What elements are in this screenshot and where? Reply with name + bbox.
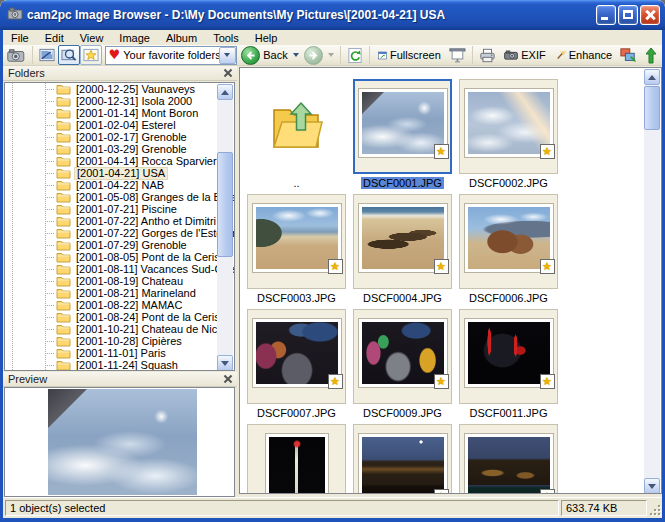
thumbnail-item[interactable]: ★DSCF0003.JPG xyxy=(247,194,346,309)
folder-icon xyxy=(56,263,71,275)
tree-item[interactable]: [2001-04-22] NAB xyxy=(5,179,234,191)
thumbnails-scrollbar[interactable] xyxy=(644,69,660,494)
menu-item-album[interactable]: Album xyxy=(158,31,205,45)
tree-item[interactable]: [2001-07-22] Gorges de l'Esteron xyxy=(5,227,234,239)
tree-item-selected[interactable]: [2001-04-21] USA xyxy=(5,167,234,179)
menu-item-edit[interactable]: Edit xyxy=(37,31,72,45)
favorite-folders-combo[interactable]: ♥ Your favorite folders xyxy=(105,46,237,65)
thumbnail-item[interactable]: ★DSCF0002.JPG xyxy=(459,79,558,194)
tree-item-label: [2001-11-24] Squash xyxy=(74,360,180,371)
tree-item[interactable]: [2000-12-25] Vaunaveys xyxy=(5,83,234,95)
tree-item[interactable]: [2001-11-24] Squash xyxy=(5,359,234,371)
close-preview-panel-button[interactable] xyxy=(224,375,232,383)
refresh-button[interactable] xyxy=(344,45,366,65)
folder-icon xyxy=(56,275,71,287)
thumbnail-parent-folder[interactable]: .. xyxy=(247,79,346,194)
image-viewer-button[interactable] xyxy=(36,45,58,65)
back-menu-caret[interactable] xyxy=(293,53,299,57)
menu-item-help[interactable]: Help xyxy=(247,31,286,45)
back-icon xyxy=(241,46,260,65)
arrow-up-icon xyxy=(648,75,656,80)
tree-item[interactable]: [2001-04-14] Rocca Sparviera xyxy=(5,155,234,167)
convert-button[interactable] xyxy=(617,45,640,65)
thumbnail-item[interactable]: ★ xyxy=(459,424,558,494)
thumbnail-item[interactable]: ★DSCF0009.JPG xyxy=(353,309,452,424)
tree-item[interactable]: [2001-08-11] Vacances Sud-Ouest xyxy=(5,263,234,275)
favorites-button[interactable] xyxy=(80,45,102,65)
folder-icon xyxy=(56,167,71,179)
tree-item[interactable]: [2001-11-01] Paris xyxy=(5,347,234,359)
tree-item[interactable]: [2001-08-24] Pont de la Cerise xyxy=(5,311,234,323)
tree-item[interactable]: [2001-02-17] Grenoble xyxy=(5,131,234,143)
tree-item[interactable]: [2001-07-22] Antho et Dimitri xyxy=(5,215,234,227)
scroll-down-button[interactable] xyxy=(644,478,660,494)
tree-item[interactable]: [2001-01-14] Mont Boron xyxy=(5,107,234,119)
thumbnail-item-selected[interactable]: ★DSCF0001.JPG xyxy=(353,79,452,194)
thumbnail-item[interactable]: ★DSCF0006.JPG xyxy=(459,194,558,309)
title-bar[interactable]: cam2pc Image Browser - D:\My Documents\M… xyxy=(0,0,665,30)
close-folders-panel-button[interactable] xyxy=(224,69,232,77)
fullscreen-button[interactable]: Fullscreen xyxy=(373,45,446,65)
tree-item[interactable]: [2001-02-04] Esterel xyxy=(5,119,234,131)
menu-item-image[interactable]: Image xyxy=(111,31,158,45)
print-button[interactable] xyxy=(476,45,499,65)
tree-item[interactable]: [2001-03-29] Grenoble xyxy=(5,143,234,155)
upload-button[interactable] xyxy=(640,45,662,65)
tree-item[interactable]: [2001-05-08] Granges de la Brasque xyxy=(5,191,234,203)
arrow-up-icon xyxy=(221,90,229,95)
arrow-down-icon xyxy=(221,361,229,366)
refresh-icon xyxy=(347,47,363,64)
close-icon xyxy=(645,10,655,20)
tree-item-label: [2001-03-29] Grenoble xyxy=(74,144,189,155)
tree-item-label: [2001-10-28] Cipières xyxy=(74,336,184,347)
tree-item[interactable]: [2001-08-22] MAMAC xyxy=(5,299,234,311)
tree-item-label: [2001-02-17] Grenoble xyxy=(74,132,189,143)
scrollbar-thumb[interactable] xyxy=(217,152,233,257)
toolbar-separator xyxy=(340,46,341,64)
tree-item[interactable]: [2001-08-21] Marineland xyxy=(5,287,234,299)
folder-icon xyxy=(56,203,71,215)
preview-panel xyxy=(4,387,235,497)
folders-scrollbar[interactable] xyxy=(217,84,233,371)
maximize-button[interactable] xyxy=(618,5,638,25)
image-viewer-icon xyxy=(39,47,55,63)
thumbnail-item[interactable]: ★DSCF0004.JPG xyxy=(353,194,452,309)
tree-item[interactable]: [2001-08-19] Chateau xyxy=(5,275,234,287)
menu-item-view[interactable]: View xyxy=(72,31,112,45)
thumbnail-item[interactable]: ★ xyxy=(353,424,452,494)
favorite-folders-value: Your favorite folders xyxy=(123,49,218,61)
scroll-down-button[interactable] xyxy=(217,355,233,371)
camera-button[interactable] xyxy=(3,45,29,65)
minimize-button[interactable] xyxy=(596,5,616,25)
tree-item-label: [2001-01-14] Mont Boron xyxy=(74,108,200,119)
resize-grip[interactable] xyxy=(648,503,660,515)
tree-item[interactable]: [2001-07-21] Piscine xyxy=(5,203,234,215)
thumbnail-item[interactable]: ★DSCF0011.JPG xyxy=(459,309,558,424)
favorite-star-badge: ★ xyxy=(434,144,449,159)
tree-item-label: [2000-12-31] Isola 2000 xyxy=(74,96,194,107)
menu-item-file[interactable]: File xyxy=(3,31,37,45)
enhance-button[interactable]: Enhance xyxy=(551,45,617,65)
slideshow-button[interactable] xyxy=(446,45,469,65)
scroll-up-button[interactable] xyxy=(644,69,660,85)
tree-item[interactable]: [2001-07-29] Grenoble xyxy=(5,239,234,251)
menu-item-tools[interactable]: Tools xyxy=(205,31,247,45)
back-button[interactable]: Back xyxy=(240,45,303,65)
thumbnail-label: DSCF0009.JPG xyxy=(353,407,452,419)
close-button[interactable] xyxy=(640,5,660,25)
tree-item[interactable]: [2000-12-31] Isola 2000 xyxy=(5,95,234,107)
thumbnail-item[interactable]: ★DSCF0007.JPG xyxy=(247,309,346,424)
scrollbar-thumb[interactable] xyxy=(644,86,660,130)
exif-button[interactable]: EXIF xyxy=(499,45,551,65)
tree-item[interactable]: [2001-08-05] Pont de la Cerise xyxy=(5,251,234,263)
scroll-up-button[interactable] xyxy=(217,84,233,100)
folders-panel-header: Folders xyxy=(3,66,237,81)
menu-bar: FileEditViewImageAlbumToolsHelp xyxy=(3,30,662,45)
tree-item[interactable]: [2001-10-28] Cipières xyxy=(5,335,234,347)
forward-button[interactable] xyxy=(302,45,336,65)
combo-dropdown-button[interactable] xyxy=(219,47,236,64)
thumbnail-item[interactable]: ★ xyxy=(247,424,346,494)
favorite-star-badge: ★ xyxy=(540,144,555,159)
browse-button[interactable] xyxy=(58,45,80,65)
tree-item[interactable]: [2001-10-21] Chateau de Nice xyxy=(5,323,234,335)
